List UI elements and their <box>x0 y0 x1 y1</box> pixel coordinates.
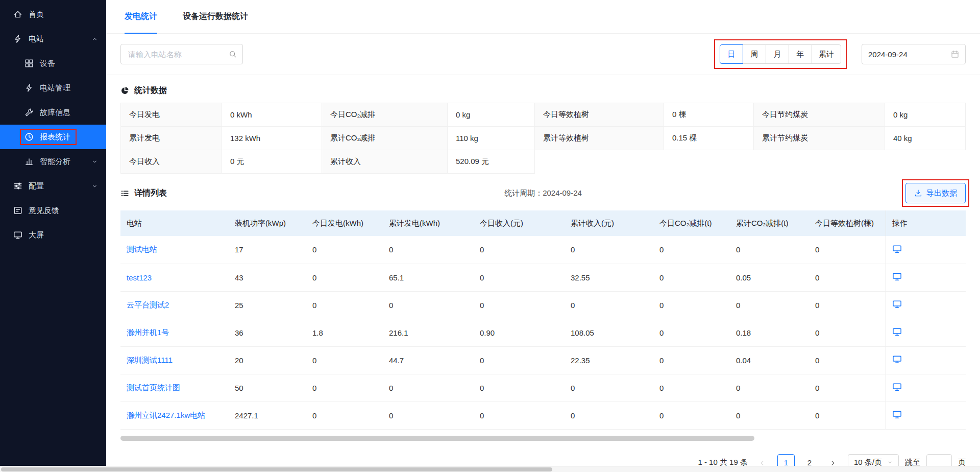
stat-value: 110 kg <box>448 127 535 150</box>
cell-value: 216.1 <box>383 319 474 346</box>
sidebar-item-config[interactable]: 配置 <box>0 174 106 198</box>
stat-value: 0 元 <box>222 150 322 174</box>
sidebar-item-smart-analysis[interactable]: 智能分析 <box>0 149 106 174</box>
period-option-月[interactable]: 月 <box>766 44 789 64</box>
sidebar-item-station-manage[interactable]: 电站管理 <box>0 76 106 100</box>
station-search <box>120 44 243 64</box>
cell-value: 0 <box>653 291 730 319</box>
sidebar-item-label: 电站 <box>29 34 44 44</box>
period-option-年[interactable]: 年 <box>789 44 812 64</box>
stat-label: 累计等效植树 <box>535 127 664 150</box>
sidebar-item-report-stats[interactable]: 报表统计 <box>0 125 106 149</box>
sidebar-item-label: 智能分析 <box>40 157 70 167</box>
monitor-icon[interactable] <box>892 355 902 364</box>
period-option-周[interactable]: 周 <box>743 44 766 64</box>
feedback-icon <box>13 206 22 215</box>
station-search-input[interactable] <box>120 44 243 64</box>
chart-icon <box>24 157 34 166</box>
cell-value: 0 <box>474 291 565 319</box>
cell-value: 0 <box>653 264 730 291</box>
export-data-button[interactable]: 导出数据 <box>905 183 966 203</box>
app-window: 首页电站设备电站管理故障信息报表统计智能分析配置意见反馈大屏 发电统计设备运行数… <box>0 0 980 472</box>
monitor-icon[interactable] <box>892 272 902 281</box>
cell-value: 25 <box>229 291 306 319</box>
monitor-icon[interactable] <box>892 299 902 309</box>
station-link[interactable]: 滁州并机1号 <box>127 328 169 337</box>
table-row: 深圳测试111120044.7022.3500.040 <box>120 346 966 374</box>
period-option-日[interactable]: 日 <box>720 44 743 64</box>
sidebar-item-fault-info[interactable]: 故障信息 <box>0 100 106 125</box>
monitor-icon[interactable] <box>892 410 902 419</box>
horizontal-scrollbar[interactable] <box>120 436 966 441</box>
column-header: 操作 <box>886 210 966 236</box>
station-link[interactable]: test123 <box>127 273 152 282</box>
stat-label: 累计收入 <box>322 150 448 174</box>
sidebar-item-label: 电站管理 <box>40 83 70 93</box>
download-icon <box>914 189 922 197</box>
cell-value: 0 <box>474 236 565 264</box>
column-header: 今日等效植树(棵) <box>809 210 886 236</box>
station-link[interactable]: 深圳测试1111 <box>127 356 173 364</box>
stat-label: 今日收入 <box>121 150 222 174</box>
cell-value: 36 <box>229 319 306 346</box>
detail-table-header-row: 电站装机功率(kWp)今日发电(kWh)累计发电(kWh)今日收入(元)累计收入… <box>120 210 966 236</box>
cell-value: 44.7 <box>383 346 474 374</box>
cell-value: 22.35 <box>565 346 653 374</box>
sidebar-item-feedback[interactable]: 意见反馈 <box>0 198 106 223</box>
monitor-icon[interactable] <box>892 327 902 337</box>
monitor-icon[interactable] <box>892 244 902 254</box>
stat-label: 今日CO₂减排 <box>322 103 448 127</box>
station-link[interactable]: 测试电站 <box>127 245 157 253</box>
date-value: 2024-09-24 <box>868 50 908 59</box>
cell-value: 0 <box>809 236 886 264</box>
window-scrollbar-thumb[interactable] <box>1 467 552 471</box>
tab-device-operation-stats[interactable]: 设备运行数据统计 <box>183 0 248 33</box>
cell-value: 0 <box>730 402 809 429</box>
sidebar-item-label: 故障信息 <box>40 108 70 117</box>
station-link[interactable]: 云平台测试2 <box>127 300 169 309</box>
period-segmented: 日周月年累计 <box>720 44 841 64</box>
stat-value: 0.15 棵 <box>664 127 754 150</box>
tab-power-generation-stats[interactable]: 发电统计 <box>125 0 157 33</box>
filter-right: 日周月年累计 2024-09-24 <box>720 44 966 64</box>
sidebar-item-label: 意见反馈 <box>29 206 59 216</box>
column-header: 今日CO₂减排(t) <box>653 210 730 236</box>
cell-value: 0 <box>474 402 565 429</box>
cell-value: 0 <box>306 402 383 429</box>
sidebar-item-device[interactable]: 设备 <box>0 51 106 76</box>
date-picker[interactable]: 2024-09-24 <box>862 44 966 64</box>
scrollbar-thumb[interactable] <box>120 436 754 441</box>
cell-value: 0 <box>809 402 886 429</box>
sidebar-item-home[interactable]: 首页 <box>0 2 106 27</box>
table-row: 滁州立讯2427.1kw电站2427.10000000 <box>120 402 966 429</box>
table-row: test12343065.1032.5500.050 <box>120 264 966 291</box>
sidebar-item-station[interactable]: 电站 <box>0 27 106 51</box>
period-option-累计[interactable]: 累计 <box>812 44 841 64</box>
cell-value: 0 <box>653 402 730 429</box>
table-row: 云平台测试2250000000 <box>120 291 966 319</box>
list-icon <box>120 189 129 198</box>
station-link[interactable]: 滁州立讯2427.1kw电站 <box>127 411 205 419</box>
sidebar-item-big-screen[interactable]: 大屏 <box>0 223 106 247</box>
main-content: 发电统计设备运行数据统计 日周月年累计 2024-09-24 <box>106 0 980 472</box>
chevron-down-icon <box>91 158 98 165</box>
cell-value: 0 <box>306 346 383 374</box>
cell-value: 0 <box>383 236 474 264</box>
station-link[interactable]: 测试首页统计图 <box>127 383 180 392</box>
calendar-icon <box>951 50 959 58</box>
export-data-label: 导出数据 <box>926 188 957 198</box>
cell-value: 0.18 <box>730 319 809 346</box>
stat-value: 0 kWh <box>222 103 322 127</box>
sidebar-item-label: 大屏 <box>29 230 44 240</box>
detail-table-body: 测试电站170000000test12343065.1032.5500.050云… <box>120 236 966 429</box>
cell-value: 0 <box>383 374 474 402</box>
monitor-icon[interactable] <box>892 382 902 392</box>
device-icon <box>24 59 34 68</box>
report-icon <box>24 132 34 141</box>
column-header: 累计发电(kWh) <box>383 210 474 236</box>
window-horizontal-scrollbar[interactable] <box>0 466 980 472</box>
stat-label: 累计CO₂减排 <box>322 127 448 150</box>
stat-value: 0 棵 <box>664 103 754 127</box>
cell-value: 0 <box>306 291 383 319</box>
stats-row: 今日发电0 kWh今日CO₂减排0 kg今日等效植树0 棵今日节约煤炭0 kg <box>121 103 966 127</box>
